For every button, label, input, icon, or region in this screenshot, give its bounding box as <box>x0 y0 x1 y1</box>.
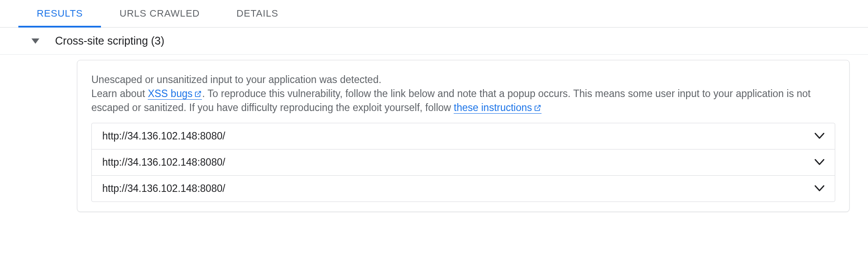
chevron-down-icon <box>815 185 824 191</box>
url-list: http://34.136.102.148:8080/ http://34.13… <box>91 123 835 202</box>
url-row[interactable]: http://34.136.102.148:8080/ <box>92 176 835 202</box>
link-xss-bugs[interactable]: XSS bugs <box>148 88 202 100</box>
external-link-icon <box>534 101 542 115</box>
url-row[interactable]: http://34.136.102.148:8080/ <box>92 149 835 176</box>
description-learn-prefix: Learn about <box>91 88 148 99</box>
chevron-down-icon <box>815 159 824 165</box>
tab-urls-crawled[interactable]: URLS CRAWLED <box>101 0 218 27</box>
url-text: http://34.136.102.148:8080/ <box>102 156 225 168</box>
description-text-1: Unescaped or unsanitized input to your a… <box>91 74 382 85</box>
collapse-triangle-icon <box>31 38 39 44</box>
tab-details[interactable]: DETAILS <box>218 0 297 27</box>
url-text: http://34.136.102.148:8080/ <box>102 183 225 195</box>
url-text: http://34.136.102.148:8080/ <box>102 130 225 142</box>
external-link-icon <box>194 87 202 101</box>
url-row[interactable]: http://34.136.102.148:8080/ <box>92 123 835 149</box>
tab-results[interactable]: RESULTS <box>18 0 101 27</box>
finding-description: Unescaped or unsanitized input to your a… <box>91 73 835 115</box>
tabs-bar: RESULTS URLS CRAWLED DETAILS <box>0 0 868 28</box>
finding-row-header[interactable]: Cross-site scripting (3) <box>0 28 868 55</box>
finding-title: Cross-site scripting (3) <box>55 35 164 47</box>
finding-details-card: Unescaped or unsanitized input to your a… <box>77 60 850 212</box>
chevron-down-icon <box>815 133 824 139</box>
link-instructions[interactable]: these instructions <box>454 102 542 114</box>
